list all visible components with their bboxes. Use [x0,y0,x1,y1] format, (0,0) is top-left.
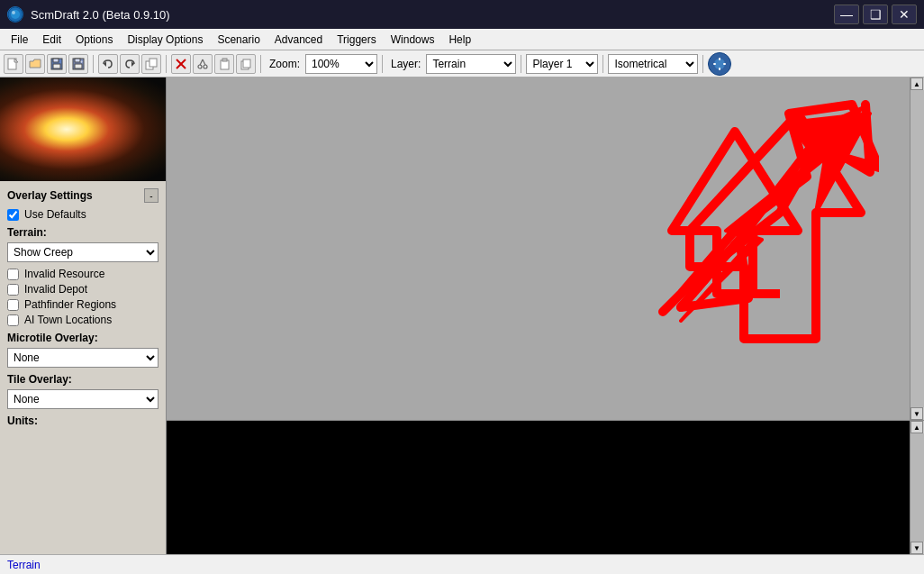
canvas-area: ▲ ▼ ▲ ▼ [167,77,924,554]
settings-button[interactable] [708,52,731,76]
main-arrow [636,87,888,342]
microtile-select[interactable]: None Walkability Height [7,348,159,368]
menu-display-options[interactable]: Display Options [120,29,210,50]
svg-rect-6 [53,64,60,68]
svg-line-20 [203,59,205,65]
mini-scroll-down-button[interactable]: ▼ [910,542,923,554]
separator-3 [260,55,261,73]
use-defaults-checkbox[interactable] [7,209,19,221]
undo-button[interactable] [98,54,118,74]
show-creep-row: Show Creep Hide Creep [7,242,159,262]
mini-scroll-thumb [910,433,924,542]
tile-overlay-select[interactable]: None Buildability [7,389,159,409]
ai-town-checkbox[interactable] [7,314,19,326]
player-select[interactable]: Player 1 Player 2 Neutral [526,54,598,74]
svg-rect-22 [222,59,227,61]
separator-6 [602,55,603,73]
menu-scenario[interactable]: Scenario [210,29,267,50]
menu-advanced[interactable]: Advanced [267,29,330,50]
maximize-button[interactable]: ❑ [863,5,888,24]
pathfinder-checkbox[interactable] [7,299,19,311]
units-label: Units: [7,415,159,427]
invalid-depot-label: Invalid Depot [24,283,87,296]
invalid-resource-row: Invalid Resource [7,268,159,280]
invalid-depot-row: Invalid Depot [7,283,159,296]
use-defaults-row: Use Defaults [7,208,159,221]
menu-triggers[interactable]: Triggers [330,29,384,50]
ai-town-label: AI Town Locations [24,314,112,326]
new-button[interactable] [4,54,23,74]
close-button[interactable]: ✕ [892,5,917,24]
menu-windows[interactable]: Windows [384,29,442,50]
svg-point-1 [11,10,20,19]
view-select[interactable]: Isometrical Top Down [608,54,698,74]
svg-rect-28 [713,63,716,65]
main-layout: Overlay Settings - Use Defaults Terrain:… [0,77,924,554]
toolbar: + Zoom: 100% 50% 200% Layer: Terrain Uni… [0,50,924,77]
open-button[interactable] [25,54,45,74]
menu-help[interactable]: Help [441,29,478,50]
status-text: Terrain [7,559,41,571]
menu-bar: File Edit Options Display Options Scenar… [0,29,924,50]
zoom-select[interactable]: 100% 50% 200% [305,54,377,74]
title-bar: ScmDraft 2.0 (Beta 0.9.10) — ❑ ✕ [0,0,924,29]
copy-button[interactable] [236,54,256,74]
svg-rect-29 [723,63,726,65]
invalid-resource-label: Invalid Resource [24,268,104,280]
svg-rect-24 [243,59,250,68]
app-icon [7,6,23,23]
pathfinder-row: Pathfinder Regions [7,298,159,311]
overlay-settings-title: Overlay Settings [7,189,93,202]
svg-text:+: + [80,59,83,64]
svg-point-17 [198,65,202,68]
status-bar: Terrain [0,554,924,574]
save-as-button[interactable]: + [68,54,88,74]
invalid-resource-checkbox[interactable] [7,269,19,280]
layer-select[interactable]: Terrain Units Sprites [426,54,516,74]
svg-rect-14 [149,59,157,67]
svg-point-18 [204,65,207,68]
show-creep-select[interactable]: Show Creep Hide Creep [7,242,159,262]
svg-point-2 [12,11,15,14]
panel-header: Overlay Settings - [7,188,159,203]
tile-overlay-label: Tile Overlay: [7,373,159,386]
main-canvas[interactable]: ▲ ▼ [167,77,924,420]
zoom-label: Zoom: [269,58,300,70]
preview-image [0,77,167,181]
svg-rect-26 [719,58,720,60]
scroll-down-button[interactable]: ▼ [910,407,923,420]
cut-button[interactable] [193,54,213,74]
scroll-up-button[interactable]: ▲ [910,77,923,90]
invalid-depot-checkbox[interactable] [7,284,19,296]
menu-options[interactable]: Options [68,29,120,50]
microtile-label: Microtile Overlay: [7,332,159,344]
window-title: ScmDraft 2.0 (Beta 0.9.10) [31,8,827,22]
separator-2 [166,55,167,73]
use-defaults-label: Use Defaults [24,208,86,221]
map-preview [0,77,167,181]
paste-button[interactable] [214,54,234,74]
mini-canvas[interactable]: ▲ ▼ [167,420,924,554]
ai-town-row: AI Town Locations [7,314,159,326]
copy-tile-button[interactable] [141,54,161,74]
scroll-thumb [910,90,924,407]
separator-4 [382,55,383,73]
separator-7 [702,55,703,73]
main-scrollbar-v[interactable]: ▲ ▼ [910,77,924,420]
mini-scrollbar-v[interactable]: ▲ ▼ [910,421,924,554]
menu-file[interactable]: File [4,29,35,50]
menu-edit[interactable]: Edit [35,29,68,50]
tile-overlay-row: None Buildability [7,389,159,409]
svg-line-19 [200,59,203,65]
minimize-button[interactable]: — [834,5,859,24]
save-button[interactable] [47,54,67,74]
mini-scroll-up-button[interactable]: ▲ [910,421,923,433]
delete-button[interactable] [171,54,191,74]
collapse-button[interactable]: - [144,188,159,203]
separator-5 [521,55,521,73]
svg-rect-5 [53,59,59,62]
svg-rect-9 [75,64,82,68]
redo-button[interactable] [120,54,140,74]
layer-label: Layer: [391,58,421,70]
overlay-panel: Overlay Settings - Use Defaults Terrain:… [0,181,166,554]
